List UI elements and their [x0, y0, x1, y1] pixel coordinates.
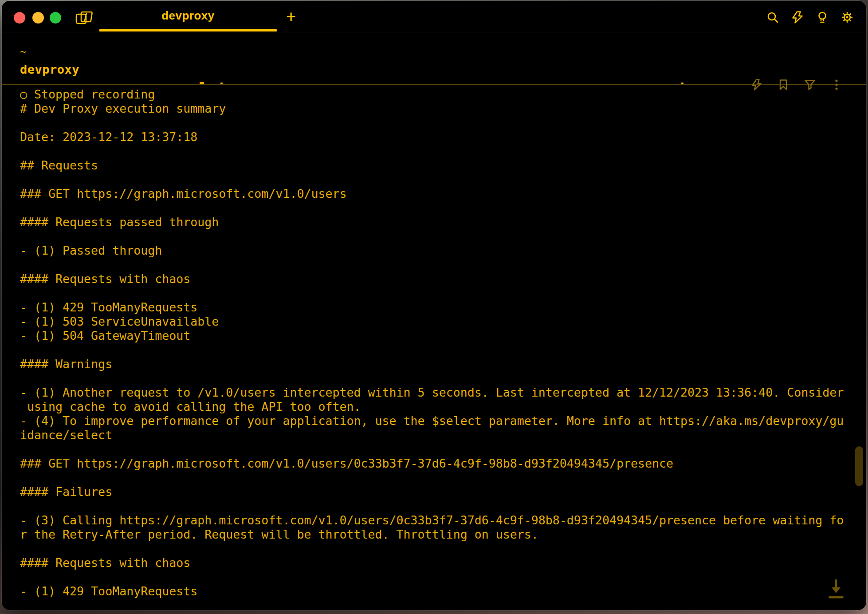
download-icon[interactable]	[826, 577, 846, 602]
minimize-window-button[interactable]	[32, 12, 44, 24]
gear-icon[interactable]	[841, 11, 854, 24]
working-directory-label: ~	[20, 46, 26, 58]
block-header: ~ devproxy	[2, 32, 866, 85]
terminal-output-text: ○ Stopped recording # Dev Proxy executio…	[2, 86, 866, 598]
lightbulb-icon[interactable]	[816, 11, 829, 24]
terminal-window: devproxy +	[2, 1, 866, 610]
search-icon[interactable]	[766, 11, 779, 24]
terminal-output-area[interactable]: ○ Stopped recording # Dev Proxy executio…	[2, 86, 866, 610]
clipped-text-fragment	[681, 83, 683, 84]
new-tab-button[interactable]: +	[283, 9, 299, 25]
active-tab-indicator	[99, 29, 277, 31]
zoom-window-button[interactable]	[50, 12, 61, 24]
titlebar: devproxy +	[2, 1, 866, 32]
close-window-button[interactable]	[14, 12, 25, 24]
clipped-text-fragment	[220, 83, 223, 84]
clipped-text-fragment	[200, 82, 204, 84]
lightning-icon[interactable]	[791, 11, 804, 24]
pages-icon[interactable]	[75, 9, 93, 26]
tab-devproxy[interactable]: devproxy	[99, 1, 277, 32]
command-title: devproxy	[20, 63, 79, 76]
scrollbar-thumb[interactable]	[855, 446, 863, 486]
tab-title: devproxy	[99, 1, 277, 30]
